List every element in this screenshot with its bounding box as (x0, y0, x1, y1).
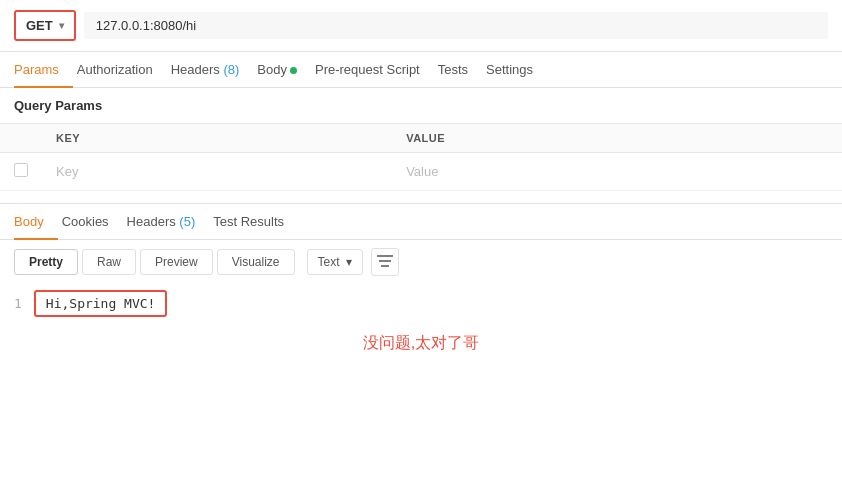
format-btn-preview[interactable]: Preview (140, 249, 213, 275)
method-chevron: ▾ (59, 20, 64, 31)
body-dot (290, 67, 297, 74)
key-col-header: KEY (42, 124, 392, 153)
request-tabs-row: Params Authorization Headers (8) Body Pr… (0, 52, 842, 88)
format-type-chevron: ▾ (346, 255, 352, 269)
tab-pre-request-script[interactable]: Pre-request Script (315, 52, 434, 87)
format-btn-visualize[interactable]: Visualize (217, 249, 295, 275)
checkbox-col-header (0, 124, 42, 153)
response-content: Hi,Spring MVC! (34, 290, 168, 317)
tab-authorization[interactable]: Authorization (77, 52, 167, 87)
method-label: GET (26, 18, 53, 33)
value-cell[interactable]: Value (392, 153, 842, 191)
response-tab-body[interactable]: Body (14, 204, 58, 239)
row-checkbox-cell (0, 153, 42, 191)
row-checkbox[interactable] (14, 163, 28, 177)
response-body: 1 Hi,Spring MVC! (0, 284, 842, 323)
line-number: 1 (14, 296, 22, 311)
format-type-select[interactable]: Text ▾ (307, 249, 363, 275)
response-tab-test-results[interactable]: Test Results (213, 204, 298, 239)
response-tab-cookies[interactable]: Cookies (62, 204, 123, 239)
method-selector[interactable]: GET ▾ (14, 10, 76, 41)
key-cell[interactable]: Key (42, 153, 392, 191)
filter-icon[interactable] (371, 248, 399, 276)
format-btn-pretty[interactable]: Pretty (14, 249, 78, 275)
response-tabs-row: Body Cookies Headers (5) Test Results (0, 204, 842, 240)
url-bar: GET ▾ (0, 0, 842, 52)
tab-settings[interactable]: Settings (486, 52, 547, 87)
chinese-comment: 没问题,太对了哥 (0, 323, 842, 364)
query-params-title: Query Params (0, 88, 842, 123)
url-input[interactable] (84, 12, 828, 39)
value-col-header: VALUE (392, 124, 842, 153)
response-tab-headers[interactable]: Headers (5) (127, 204, 210, 239)
tab-body[interactable]: Body (257, 52, 311, 87)
tab-headers[interactable]: Headers (8) (171, 52, 254, 87)
filter-icon-symbol (377, 254, 393, 271)
tab-params[interactable]: Params (14, 52, 73, 87)
table-row: Key Value (0, 153, 842, 191)
format-btn-raw[interactable]: Raw (82, 249, 136, 275)
params-table: KEY VALUE Key Value (0, 123, 842, 191)
format-type-label: Text (318, 255, 340, 269)
format-toolbar: Pretty Raw Preview Visualize Text ▾ (0, 240, 842, 284)
response-line: 1 Hi,Spring MVC! (14, 290, 828, 317)
tab-tests[interactable]: Tests (438, 52, 482, 87)
